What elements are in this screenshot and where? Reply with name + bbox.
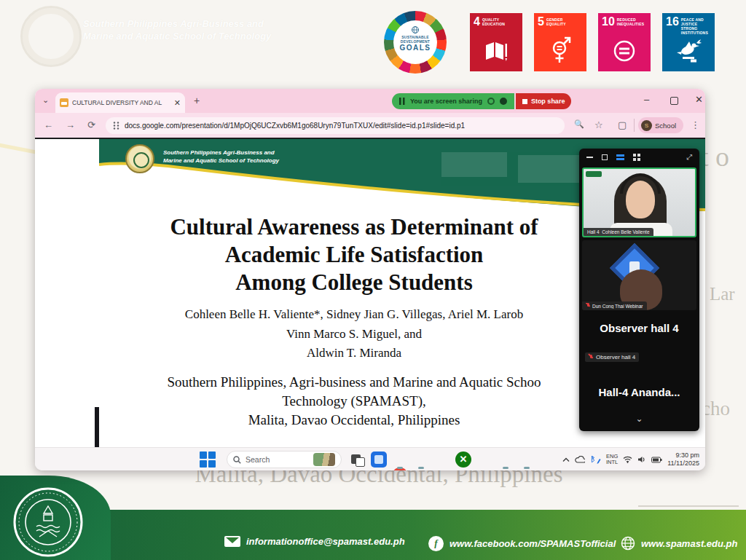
slide-school-logo [125, 144, 154, 173]
slide-authors-line1: Cohleen Belle H. Valiente*, Sidney Jian … [99, 307, 609, 322]
sdg-wheel-core: SUSTAINABLE DEVELOPMENT GOALS [393, 20, 437, 64]
forward-icon[interactable]: → [66, 119, 75, 130]
battery-icon[interactable] [651, 457, 662, 463]
ghost-text-fragment-mid: Lar [710, 284, 735, 304]
roster-entry[interactable]: Observer hall 4 [585, 352, 639, 362]
meeting-panel: ⤢ Hall 4_Cohleen Belle Valiente Dun Cong… [579, 149, 699, 431]
active-app-indicator [418, 467, 424, 469]
footer-left-block [0, 476, 111, 560]
footer-school-seal [12, 486, 85, 559]
tab-close-icon[interactable]: ✕ [174, 98, 181, 108]
sdg5-number: 5 [538, 16, 544, 27]
panel-expand-icon[interactable]: ⤢ [686, 153, 692, 162]
share-pause-icon [399, 98, 405, 105]
panel-collapse-chevron[interactable]: ⌄ [579, 414, 699, 424]
profile-avatar: S [641, 120, 652, 131]
video-tile-2[interactable]: Dun Cong Thai Webinar [582, 240, 696, 310]
search-omnibox-icon[interactable]: 🔍 [574, 119, 584, 129]
share-options-icon[interactable] [500, 98, 507, 105]
sdg16-number: 16 [666, 16, 679, 27]
participant4-cell[interactable]: Hall-4 Ananda... [579, 386, 699, 398]
bluetooth-pen-icon[interactable] [590, 456, 601, 464]
video-tile-1[interactable]: Hall 4_Cohleen Belle Valiente [582, 167, 696, 237]
sdg4-label2: EDUCATION [482, 22, 505, 26]
sdg4-number: 4 [474, 16, 480, 27]
footer-facebook-text: www.facebook.com/SPAMASTofficial [449, 538, 616, 549]
panel-gallery-view-icon[interactable] [633, 154, 640, 161]
new-tab-button[interactable]: + [194, 95, 200, 106]
side-panel-icon[interactable]: ▢ [618, 119, 627, 130]
active-app-indicator [503, 467, 509, 469]
footer-bar: informationoffice@spamast.edu.ph f www.f… [0, 510, 746, 560]
window-maximize-button[interactable] [670, 97, 678, 105]
url-bar[interactable]: docs.google.com/presentation/d/1MpOjQ6UC… [106, 117, 565, 134]
share-message: You are screen sharing [410, 98, 482, 105]
footer-facebook[interactable]: f www.facebook.com/SPAMASTofficial [428, 536, 616, 551]
sdg-tile-4: 4 QUALITY EDUCATION [470, 13, 522, 71]
sdg-tile-10: 10 REDUCED INEQUALITIES [598, 13, 651, 71]
slide-affiliation-line2: Technology (SPAMAST), [99, 393, 609, 409]
taskbar-clock[interactable]: 9:30 pm 11/11/2025 [667, 451, 699, 468]
flyer-canvas: Southern Philippines Agri-Business and M… [0, 0, 746, 560]
sdg10-number: 10 [602, 16, 615, 27]
search-icon [233, 456, 241, 464]
start-button[interactable] [200, 451, 216, 468]
footer-website-text: www.spamast.edu.ph [641, 538, 737, 549]
browser-menu-icon[interactable]: ⋮ [691, 119, 700, 130]
screen-share-status: You are screen sharing [392, 93, 514, 109]
watermark-school-name: Southern Philippines Agri-Business and M… [83, 17, 271, 42]
participant2-name-label: Dun Cong Thai Webinar [582, 301, 647, 310]
slide-affiliation-line1: Southern Philippines, Agri-business and … [99, 374, 609, 390]
widgets-button[interactable] [371, 451, 387, 468]
share-hide-icon[interactable] [487, 98, 495, 105]
window-minimize-button[interactable]: – [644, 94, 649, 105]
system-tray: ENG INTL 9:30 pm 11/11/2025 [562, 448, 699, 470]
sdg-wheel-text3: GOALS [393, 44, 437, 52]
ghost-divider-line [638, 505, 739, 507]
taskbar-search[interactable]: Search [227, 451, 342, 468]
window-close-button[interactable]: ✕ [695, 94, 703, 105]
panel-speaker-view-icon[interactable] [602, 154, 608, 160]
volume-icon[interactable] [637, 456, 646, 463]
tab-search-chevron-icon[interactable]: ⌄ [42, 95, 49, 105]
footer-email-text: informationoffice@spamast.edu.ph [246, 536, 405, 547]
facebook-icon: f [428, 536, 444, 551]
stop-share-button[interactable]: Stop share [516, 93, 572, 109]
slide-school-line2: Marine and Aquatic School of Technology [163, 157, 279, 165]
sdg-tile-5: 5 GENDER EQUALITY [534, 13, 586, 71]
meeting-panel-toolbar: ⤢ [579, 149, 699, 166]
slide-school-line1: Southern Philippines Agri-Business and [163, 149, 279, 157]
sdg16-label2: STRONG INSTITUTIONS [681, 26, 708, 35]
globe-icon [621, 536, 635, 551]
clock-date: 11/11/2025 [667, 460, 699, 468]
panel-strip-view-icon[interactable] [616, 153, 624, 162]
reload-icon[interactable]: ⟳ [87, 119, 95, 130]
footer-email[interactable]: informationoffice@spamast.edu.ph [224, 536, 405, 547]
equality-circle-icon [611, 36, 637, 66]
slide-title-line1: Cultural Awareness as Determinant of [99, 214, 609, 240]
muted-mic-icon [586, 303, 590, 309]
participant3-cell[interactable]: Observer hall 4 [579, 322, 699, 334]
xbox-icon[interactable]: ✕ [455, 451, 471, 468]
lang-line2: INTL [606, 460, 618, 465]
bookmark-star-icon[interactable]: ☆ [594, 119, 603, 130]
tray-chevron-icon[interactable] [562, 457, 570, 462]
participant2-name: Dun Cong Thai Webinar [592, 304, 643, 309]
windows-taskbar: Search ✕ [35, 447, 705, 470]
task-view-button[interactable] [350, 451, 366, 468]
back-icon[interactable]: ← [44, 119, 53, 130]
slide-title-line3: Among College Students [99, 269, 609, 296]
search-highlight-thumbnail[interactable] [313, 453, 335, 466]
browser-navbar: ← → ⟳ docs.google.com/presentation/d/1Mp… [35, 113, 705, 138]
profile-chip[interactable]: S School [638, 117, 683, 133]
footer-website[interactable]: www.spamast.edu.ph [621, 536, 737, 551]
browser-tab[interactable]: CULTURAL DIVERSITY AND AL ✕ [55, 92, 185, 113]
panel-minimize-icon[interactable] [586, 157, 593, 158]
slide-authors-line3: Aldwin T. Miranda [99, 346, 609, 360]
wifi-icon[interactable] [623, 456, 632, 463]
language-indicator[interactable]: ENG INTL [606, 454, 618, 465]
un-emblem-icon [411, 25, 420, 34]
site-permissions-icon[interactable] [113, 122, 119, 130]
headset-icon [620, 173, 661, 194]
onedrive-cloud-icon[interactable] [575, 456, 585, 463]
